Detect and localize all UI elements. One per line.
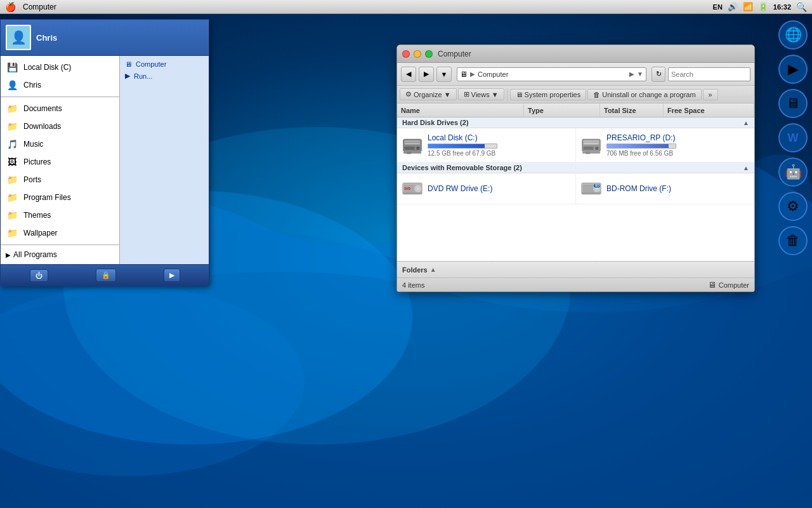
presario-d-size: 706 MB free of 6.56 GB [606, 150, 749, 157]
sidebar-word-icon[interactable]: W [777, 122, 809, 154]
address-expand-arrow: ▶ [629, 70, 634, 77]
right-computer-label: Computer [136, 60, 166, 68]
music-icon: 🎵 [6, 138, 18, 150]
all-programs-label: All Programs [13, 250, 57, 259]
status-location-label: Computer [719, 281, 749, 289]
bd-f-icon: BD [581, 178, 601, 199]
bd-f-item[interactable]: BD BD-ROM Drive (F:) [576, 173, 754, 204]
minimize-button[interactable] [414, 50, 421, 58]
app-title-menu[interactable]: Computer [23, 3, 56, 11]
presario-d-name: PRESARIO_RP (D:) [606, 133, 749, 142]
sidebar-play-icon[interactable]: ▶ [777, 53, 809, 85]
start-item-pictures[interactable]: 🖼 Pictures [1, 153, 119, 171]
organize-menu-button[interactable]: ⚙ Organize ▼ [400, 88, 457, 100]
views-menu-button[interactable]: ⊞ Views ▼ [458, 88, 504, 100]
col-header-free-space[interactable]: Free Space [664, 104, 754, 117]
svg-point-27 [596, 187, 598, 190]
start-item-documents[interactable]: 📁 Documents [1, 100, 119, 117]
back-arrow-icon: ◀ [406, 70, 411, 78]
lock-icon: 🔒 [102, 271, 110, 279]
sidebar-computer-icon[interactable]: 🖥 [777, 88, 809, 119]
themes-label: Themes [23, 211, 51, 220]
apple-menu-icon[interactable]: 🍎 [5, 2, 15, 12]
local-disk-c-item[interactable]: Local Disk (C:) 12.5 GB free of 67.9 GB [397, 128, 576, 163]
app-title-text: Computer [23, 3, 56, 11]
lang-indicator: EN [713, 3, 723, 11]
start-item-themes[interactable]: 📁 Themes [1, 206, 119, 224]
local-disk-label: Local Disk (C) [23, 63, 71, 72]
system-props-label: System properties [525, 91, 581, 98]
sidebar-robot-icon[interactable]: 🤖 [777, 156, 809, 188]
refresh-icon: ↻ [656, 70, 662, 78]
sidebar-settings-icon[interactable]: ⚙ [777, 190, 809, 222]
right-run-icon: ▶ [125, 72, 130, 80]
switch-icon: ▶ [169, 271, 174, 279]
start-item-music[interactable]: 🎵 Music [1, 135, 119, 153]
back-button[interactable]: ◀ [401, 67, 416, 82]
right-panel-run[interactable]: ▶ Run... [120, 70, 209, 82]
wallpaper-icon: 📁 [6, 227, 18, 239]
shutdown-button[interactable]: ⏻ [30, 269, 48, 282]
views-icon: ⊞ [464, 90, 469, 98]
status-items-count: 4 items [402, 281, 424, 289]
uninstall-icon: 🗑 [593, 91, 600, 98]
views-label: Views [471, 91, 490, 98]
nav-dropdown-icon: ▼ [441, 70, 448, 78]
local-disk-c-size: 12.5 GB free of 67.9 GB [428, 150, 570, 157]
computer-circle: 🖥 [778, 89, 808, 118]
presario-d-item[interactable]: PRESARIO_RP (D:) 706 MB free of 6.56 GB [576, 128, 754, 163]
forward-button[interactable]: ▶ [419, 67, 434, 82]
lock-button[interactable]: 🔒 [96, 269, 116, 282]
status-location: 🖥 Computer [708, 280, 749, 290]
status-computer-icon: 🖥 [708, 280, 716, 290]
dvd-e-item[interactable]: DVD DVD RW Drive (E:) [397, 173, 576, 204]
battery-icon: 🔋 [758, 2, 768, 11]
maximize-button[interactable] [425, 50, 433, 58]
removable-section-header[interactable]: Devices with Removable Storage (2) ▲ [397, 163, 754, 173]
address-bar[interactable]: 🖥 ▶ Computer ▶ ▼ [457, 67, 646, 81]
col-header-total-size[interactable]: Total Size [600, 104, 664, 117]
nav-dropdown-button[interactable]: ▼ [436, 67, 452, 82]
start-item-ports[interactable]: 📁 Ports [1, 171, 119, 189]
start-menu-body: 💾 Local Disk (C) 👤 Chris 📁 Documents 📁 D… [1, 56, 209, 264]
all-programs-item[interactable]: ▶ All Programs [1, 248, 119, 262]
more-menu-button[interactable]: » [703, 89, 718, 100]
refresh-button[interactable]: ↻ [652, 67, 665, 82]
switch-button[interactable]: ▶ [164, 269, 180, 282]
col-header-type[interactable]: Type [524, 104, 600, 117]
folders-bar[interactable]: Folders ▲ [397, 261, 754, 277]
presario-d-progress [606, 144, 676, 149]
svg-rect-12 [584, 140, 599, 143]
play-circle: ▶ [778, 55, 808, 84]
start-item-local-disk[interactable]: 💾 Local Disk (C) [1, 58, 119, 76]
explorer-window: Computer ◀ ▶ ▼ 🖥 ▶ Computer ▶ ▼ ↻ 🔍 ⚙ [396, 44, 755, 292]
username-label: Chris [36, 33, 57, 43]
local-disk-c-name: Local Disk (C:) [428, 133, 570, 142]
right-panel-computer[interactable]: 🖥 Computer [120, 58, 209, 70]
col-header-name[interactable]: Name [397, 104, 524, 117]
start-item-chris[interactable]: 👤 Chris [1, 76, 119, 94]
start-item-program-files[interactable]: 📁 Program Files [1, 189, 119, 206]
bd-f-name: BD-ROM Drive (F:) [606, 184, 749, 193]
dvd-e-info: DVD RW Drive (E:) [428, 184, 570, 193]
system-properties-button[interactable]: 🖥 System properties [510, 89, 587, 100]
svg-point-7 [416, 146, 419, 149]
hard-disk-section-header[interactable]: Hard Disk Drives (2) ▲ [397, 117, 754, 128]
documents-icon: 📁 [6, 102, 18, 115]
program-files-icon: 📁 [6, 191, 18, 204]
trash-circle: 🗑 [778, 226, 808, 255]
close-button[interactable] [402, 50, 410, 58]
organize-arrow: ▼ [444, 91, 451, 98]
uninstall-button[interactable]: 🗑 Uninstall or change a program [587, 89, 701, 100]
search-input[interactable] [671, 70, 755, 78]
svg-point-21 [417, 187, 419, 190]
right-run-label: Run... [134, 72, 152, 80]
search-box[interactable]: 🔍 [668, 67, 750, 81]
start-item-wallpaper[interactable]: 📁 Wallpaper [1, 224, 119, 242]
start-item-downloads[interactable]: 📁 Downloads [1, 117, 119, 135]
sidebar-trash-icon[interactable]: 🗑 [777, 225, 809, 257]
sidebar-globe-icon[interactable]: 🌐 [777, 19, 809, 51]
search-menubar-icon[interactable]: 🔍 [796, 2, 807, 12]
removable-drives-row: DVD DVD RW Drive (E:) [397, 173, 754, 204]
svg-point-14 [595, 146, 598, 149]
